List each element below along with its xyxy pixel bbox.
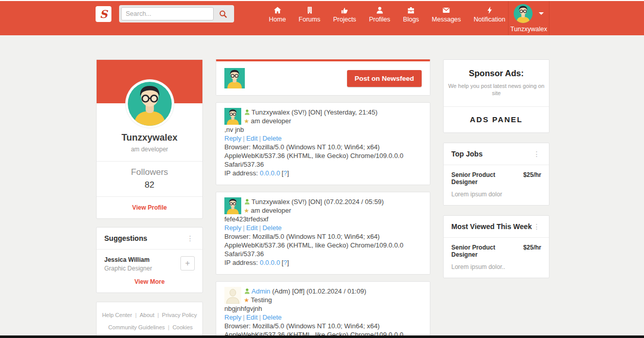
search-input[interactable] — [121, 7, 214, 20]
avatar-illustration — [224, 108, 241, 125]
suggestion-role: Graphic Designer — [104, 265, 180, 272]
nav-item-projects[interactable]: Projects — [332, 6, 357, 35]
post-header-meta: (SV!) [ON] (Yesterday, 21:45) — [291, 108, 377, 117]
ip-address-link[interactable]: 0.0.0.0 — [260, 169, 280, 177]
job-title[interactable]: Senior Product Designer — [451, 244, 523, 258]
most-viewed-card: Most Viewed This Week ⋮ Senior Product D… — [443, 215, 549, 278]
navbar-user-avatar[interactable] — [514, 4, 533, 23]
post-card: Tunzxywalex (SV!) [ON] (07.02.2024 / 05:… — [216, 192, 430, 275]
nav-menu: Home Forums Projects Prof — [268, 6, 507, 35]
page-bottom-bar — [0, 335, 644, 338]
nav-item-label: Home — [269, 16, 286, 23]
nav-item-blogs[interactable]: Blogs — [402, 6, 420, 35]
post-ip-info: IP address: 0.0.0.0[?] — [224, 258, 422, 267]
sponsor-ads-title: Sponsor Ads: — [444, 60, 549, 78]
edit-link[interactable]: Edit — [246, 224, 258, 232]
navbar-user-menu[interactable]: Tunzxywalex — [508, 1, 549, 35]
navbar-inner: S Home Forums — [96, 1, 549, 35]
profile-subtitle: am developer — [97, 146, 202, 153]
nav-item-profiles[interactable]: Profiles — [368, 6, 392, 35]
star-icon: ★ — [244, 118, 249, 124]
notification-bolt-icon — [486, 6, 494, 14]
post-card: Admin (Adm) [Off] (01.02.2024 / 01:09) ★… — [216, 281, 430, 338]
post-author-name[interactable]: Admin — [251, 287, 270, 296]
right-sidebar: Sponsor Ads: We help you post latest new… — [443, 59, 549, 278]
post-browser-info: Browser: Mozilla/5.0 (Windows NT 10.0; W… — [224, 143, 422, 169]
job-title[interactable]: Senior Product Designer — [451, 171, 523, 186]
post-author-avatar[interactable] — [224, 197, 241, 214]
footer-links-card: Help Center|About|Privacy Policy Communi… — [96, 302, 203, 338]
post-author-avatar[interactable] — [224, 108, 241, 125]
delete-link[interactable]: Delete — [262, 134, 282, 142]
nav-item-home[interactable]: Home — [268, 6, 287, 35]
home-icon — [273, 6, 282, 14]
suggestions-card: Suggestions ⋮ Jessica William Graphic De… — [96, 227, 203, 293]
community-guidelines-link[interactable]: Community Guidelines — [108, 324, 165, 330]
edit-link[interactable]: Edit — [246, 134, 258, 142]
post-composer-card: Post on Newsfeed — [216, 59, 430, 96]
nav-item-label: Profiles — [369, 16, 390, 23]
post-content: fefe423trfedsxf — [224, 215, 422, 223]
nav-item-notification[interactable]: Notification — [473, 6, 507, 35]
post-on-newsfeed-button[interactable]: Post on Newsfeed — [347, 70, 422, 87]
avatar-illustration — [224, 197, 241, 214]
sponsor-ads-text: We help you post latest news going on si… — [448, 82, 545, 97]
ip-address-link[interactable]: 0.0.0.0 — [260, 259, 280, 266]
composer-avatar[interactable] — [224, 68, 245, 88]
ip-label: IP address: — [224, 259, 258, 266]
edit-link[interactable]: Edit — [246, 313, 258, 321]
projects-icon — [340, 6, 349, 14]
search-bar — [119, 5, 234, 22]
suggestion-name[interactable]: Jessica William — [104, 256, 180, 263]
help-center-link[interactable]: Help Center — [102, 312, 132, 318]
top-jobs-card: Top Jobs ⋮ Senior Product Designer $25/h… — [443, 143, 549, 206]
about-link[interactable]: About — [140, 312, 154, 318]
post-author-name[interactable]: Tunzxywalex — [251, 108, 290, 117]
site-logo[interactable]: S — [96, 6, 111, 22]
ip-help-link[interactable]: ? — [284, 259, 287, 266]
avatar-illustration — [128, 82, 172, 126]
nav-item-label: Projects — [333, 16, 356, 23]
followers-count: 82 — [97, 180, 202, 190]
blogs-icon — [407, 6, 415, 14]
menu-dots-icon[interactable]: ⋮ — [532, 223, 541, 230]
post-author-avatar[interactable] — [224, 287, 241, 304]
nav-item-messages[interactable]: Messages — [431, 6, 462, 35]
nav-item-forums[interactable]: Forums — [297, 6, 321, 35]
profile-avatar[interactable] — [126, 80, 174, 128]
post-browser-info: Browser: Mozilla/5.0 (Windows NT 10.0; W… — [224, 232, 422, 258]
reply-link[interactable]: Reply — [224, 224, 241, 232]
view-profile-link[interactable]: View Profile — [97, 197, 202, 218]
action-separator: | — [259, 313, 261, 321]
menu-dots-icon[interactable]: ⋮ — [186, 235, 195, 242]
add-friend-button[interactable]: + — [180, 256, 195, 271]
post-author-name[interactable]: Tunzxywalex — [251, 197, 290, 206]
search-button[interactable] — [214, 7, 232, 20]
menu-dots-icon[interactable]: ⋮ — [532, 150, 541, 157]
browser-value: Mozilla/5.0 (Windows NT 10.0; Win64; x64… — [224, 233, 403, 258]
sponsor-ads-card: Sponsor Ads: We help you post latest new… — [443, 59, 549, 133]
nav-item-label: Forums — [298, 16, 320, 23]
reply-link[interactable]: Reply — [224, 134, 241, 142]
most-viewed-title: Most Viewed This Week — [451, 222, 532, 231]
reply-link[interactable]: Reply — [224, 313, 241, 321]
profile-card: Tunzxywalex am developer Followers 82 Vi… — [96, 59, 203, 219]
ads-panel-label[interactable]: ADS PANEL — [444, 107, 549, 132]
view-more-link[interactable]: View More — [97, 272, 202, 292]
action-separator: | — [259, 224, 261, 232]
navbar-user-name: Tunzxywalex — [511, 26, 547, 33]
privacy-policy-link[interactable]: Privacy Policy — [162, 312, 197, 318]
delete-link[interactable]: Delete — [262, 224, 282, 232]
ip-help-link[interactable]: ? — [284, 169, 287, 177]
action-separator: | — [243, 134, 244, 142]
bracket: ] — [287, 259, 289, 266]
job-rate: $25/hr — [523, 244, 541, 251]
chevron-down-icon[interactable] — [539, 12, 544, 15]
delete-link[interactable]: Delete — [262, 313, 282, 321]
job-rate: $25/hr — [523, 171, 541, 178]
post-header-meta: (SV!) [ON] (07.02.2024 / 05:59) — [291, 197, 384, 206]
action-separator: | — [243, 313, 244, 321]
online-user-icon — [244, 109, 250, 116]
post-header-meta: (Adm) [Off] (01.02.2024 / 01:09) — [272, 287, 366, 296]
footer-separator: | — [168, 324, 170, 330]
